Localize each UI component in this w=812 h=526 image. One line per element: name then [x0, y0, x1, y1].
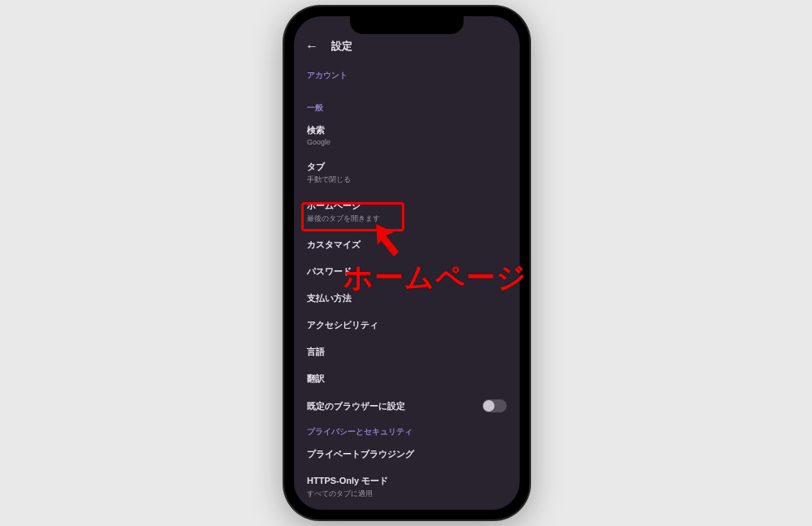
row-language[interactable]: 言語 — [294, 338, 520, 365]
row-sub: すべてのタブに適用 — [307, 489, 507, 499]
row-accessibility[interactable]: アクセシビリティ — [294, 312, 520, 338]
row-label: 翻訳 — [307, 373, 507, 385]
row-sub: Google — [307, 138, 507, 146]
section-account: アカウント — [294, 62, 520, 84]
toggle-knob — [483, 400, 495, 412]
row-sub: 手動で閉じる — [307, 175, 507, 185]
row-private-browsing[interactable]: プライベートブラウジング — [294, 441, 520, 468]
row-sub: 最後のタブを開きます — [307, 213, 507, 224]
row-default-browser[interactable]: 既定のブラウザーに設定 — [294, 392, 520, 420]
row-label: カスタマイズ — [307, 239, 507, 251]
section-privacy: プライバシーとセキュリティ — [294, 420, 520, 441]
row-label: ホームページ — [307, 200, 507, 212]
row-https-only[interactable]: HTTPS-Only モード すべてのタブに適用 — [294, 468, 520, 507]
row-label: 検索 — [307, 124, 507, 136]
screen: ← 設定 アカウント 一般 検索 Google タブ 手動で閉じる ホームページ… — [294, 16, 520, 510]
phone-frame: ← 設定 アカウント 一般 検索 Google タブ 手動で閉じる ホームページ… — [284, 6, 529, 520]
row-search[interactable]: 検索 Google — [294, 117, 520, 153]
row-label: プライベートブラウジング — [307, 448, 507, 460]
notch — [350, 16, 464, 34]
row-label: 既定のブラウザーに設定 — [307, 400, 405, 412]
row-label: タブ — [307, 161, 507, 173]
section-general: 一般 — [294, 84, 520, 117]
row-label: 支払い方法 — [307, 292, 507, 304]
page-title: 設定 — [331, 39, 352, 54]
row-customize[interactable]: カスタマイズ — [294, 231, 520, 258]
row-payment[interactable]: 支払い方法 — [294, 285, 520, 312]
row-label: 言語 — [307, 346, 507, 358]
row-tabs[interactable]: タブ 手動で閉じる — [294, 153, 520, 192]
row-label: パスワード — [307, 265, 507, 278]
row-homepage[interactable]: ホームページ 最後のタブを開きます — [294, 192, 520, 231]
back-arrow-icon[interactable]: ← — [305, 40, 318, 53]
toggle-switch[interactable] — [482, 399, 507, 412]
row-label: アクセシビリティ — [307, 319, 507, 331]
row-tracking[interactable]: 強化型トラッキング防止 — [294, 507, 520, 510]
row-label: HTTPS-Only モード — [307, 475, 507, 487]
row-translate[interactable]: 翻訳 — [294, 365, 520, 392]
row-password[interactable]: パスワード — [294, 258, 520, 285]
